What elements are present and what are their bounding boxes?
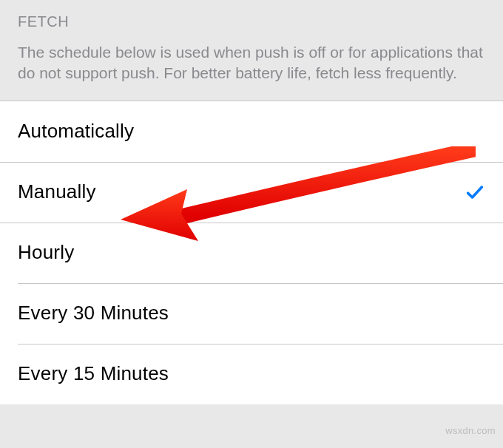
option-label: Hourly [18,241,74,264]
option-label: Every 30 Minutes [18,302,169,325]
fetch-options-list: Automatically Manually Hourly Every 30 M… [0,101,503,404]
option-label: Every 15 Minutes [18,362,169,385]
option-every-30-minutes[interactable]: Every 30 Minutes [0,283,503,344]
option-label: Manually [18,180,96,203]
watermark: wsxdn.com [445,425,496,436]
section-description: The schedule below is used when push is … [18,42,485,84]
option-automatically[interactable]: Automatically [0,101,503,162]
option-every-15-minutes[interactable]: Every 15 Minutes [0,344,503,404]
fetch-header-section: FETCH The schedule below is used when pu… [0,0,503,101]
option-manually[interactable]: Manually [0,162,503,223]
checkmark-icon [465,182,485,203]
option-hourly[interactable]: Hourly [0,223,503,283]
section-title: FETCH [18,13,485,30]
option-label: Automatically [18,120,134,143]
